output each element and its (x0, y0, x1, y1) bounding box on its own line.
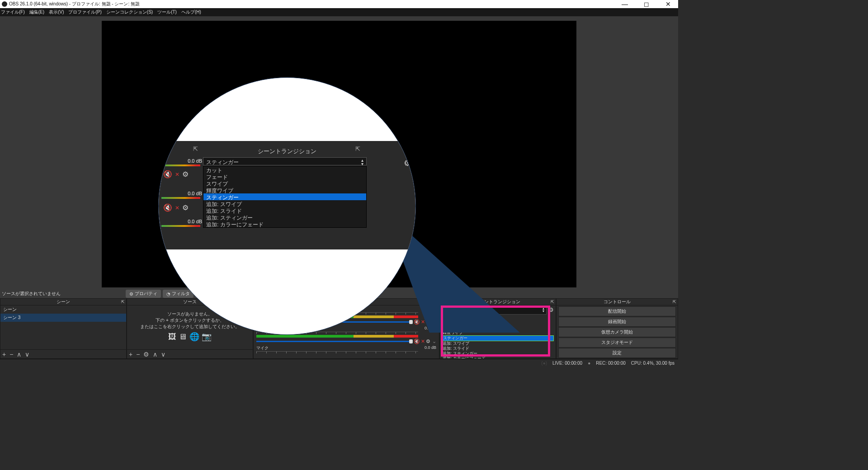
gear-icon[interactable]: ⚙ (182, 170, 189, 179)
magnifier-overlay: ⇱ ⇱ シーントランジション ⚙ スティンガー ▴▾ カット フェード スワイプ… (158, 77, 416, 335)
studio-mode-button[interactable]: スタジオモード (558, 338, 676, 348)
properties-button[interactable]: ⚙プロパティ (126, 290, 161, 298)
filters-button[interactable]: ◔フィルタ (163, 290, 193, 298)
camera-icon: 📷 (202, 332, 212, 341)
detach-icon[interactable]: ⇱ (121, 300, 125, 304)
gear-icon[interactable]: ⚙ (426, 338, 430, 344)
status-bar: (●) LIVE: 00:00:00 ● REC: 00:00:00 CPU: … (0, 359, 678, 367)
mag-option[interactable]: カット (203, 166, 366, 173)
no-source-label: ソースが選択されていません (2, 291, 61, 297)
add-button[interactable]: + (129, 351, 132, 358)
preview-area: ⇱ ⇱ シーントランジション ⚙ スティンガー ▴▾ カット フェード スワイプ… (0, 16, 678, 289)
globe-icon: 🌐 (189, 332, 199, 341)
volume-slider[interactable] (256, 341, 413, 342)
scene-transitions-panel: シーントランジション⇱ スティンガー ▴▾ ⚙ カット フェード スワイプ 輝度… (439, 298, 556, 359)
move-down-button[interactable]: ∨ (25, 351, 29, 358)
gear-icon[interactable]: ⚙ (143, 351, 149, 358)
sources-title: ソース (183, 299, 197, 305)
menu-scene-collection[interactable]: シーンコレクション(S) (106, 9, 153, 15)
rec-indicator-icon: ● (588, 361, 590, 366)
mag-selected-value: スティンガー (206, 159, 239, 165)
circle-icon: ◔ (166, 291, 170, 296)
audio-track: マイク0.0 dB (254, 344, 439, 353)
mag-transition-select[interactable]: スティンガー ▴▾ (203, 157, 367, 165)
mag-option[interactable]: 追加: スライド (203, 207, 366, 214)
track-db: 0.0 dB (425, 345, 436, 351)
move-up-button[interactable]: ∧ (153, 351, 157, 358)
mag-track-controls: 🔇✕⚙ (163, 203, 189, 212)
mag-transition-options: カット フェード スワイプ 輝度ワイプ スティンガー 追加: スワイプ 追加: … (203, 166, 367, 228)
scene-item-selected[interactable]: シーン 3 (0, 314, 126, 322)
maximize-button[interactable]: ◻ (638, 0, 655, 8)
live-indicator-icon: (●) (541, 361, 547, 366)
mag-panel-title: シーントランジション (159, 147, 415, 155)
controls-title: コントロール (604, 299, 631, 305)
chevron-updown-icon: ▴▾ (361, 159, 363, 166)
meter-ticks (256, 351, 418, 353)
close-icon[interactable]: ✕ (421, 338, 425, 344)
minimize-button[interactable]: ― (617, 0, 633, 8)
mag-option-selected[interactable]: スティンガー (203, 193, 366, 200)
cpu-stats: CPU: 0.4%, 30.00 fps (631, 361, 675, 366)
mute-icon[interactable]: 🔇 (414, 338, 420, 344)
remove-button[interactable]: − (9, 351, 13, 358)
mag-option[interactable]: 輝度ワイプ (203, 187, 366, 193)
gear-icon: ⚙ (129, 291, 133, 296)
menu-view[interactable]: 表示(V) (49, 9, 64, 15)
title-bar: OBS 26.1.0 (64-bit, windows) - プロファイル: 無… (0, 0, 678, 8)
menu-profile[interactable]: プロファイル(P) (68, 9, 101, 15)
mag-db: 0.0 dB (161, 191, 202, 196)
detach-icon[interactable]: ⇱ (551, 300, 554, 304)
window-title: OBS 26.1.0 (64-bit, windows) - プロファイル: 無… (9, 1, 140, 7)
close-icon[interactable]: ✕ (175, 171, 179, 178)
mag-option[interactable]: スワイプ (203, 180, 366, 187)
detach-icon[interactable]: ⇱ (673, 300, 676, 304)
track-name: マイク (256, 345, 269, 351)
source-type-icons: 🖼 🖥 🌐 📷 (127, 332, 253, 342)
mag-vu-meter (161, 197, 200, 199)
mute-icon[interactable]: 🔇 (163, 170, 172, 179)
mag-vu-meter (161, 225, 200, 227)
scenes-title: シーン (57, 299, 70, 305)
gear-icon[interactable]: ⚙ (182, 203, 189, 212)
app-icon (2, 1, 7, 7)
chevron-down-icon[interactable]: ⌄ (432, 338, 436, 344)
start-stream-button[interactable]: 配信開始 (558, 306, 676, 316)
scenes-panel: シーン⇱ シーン シーン 3 + − ∧ ∨ (0, 298, 127, 359)
move-up-button[interactable]: ∧ (17, 351, 21, 358)
highlight-box (441, 306, 550, 357)
vu-meter (256, 335, 418, 338)
menu-tools[interactable]: ツール(T) (157, 9, 177, 15)
close-icon[interactable]: ✕ (175, 205, 179, 211)
move-down-button[interactable]: ∨ (161, 351, 165, 358)
mag-option[interactable]: フェード (203, 173, 366, 180)
mag-db: 0.0 dB (161, 158, 202, 164)
controls-panel: コントロール⇱ 配信開始 録画開始 仮想カメラ開始 スタジオモード 設定 終了 (556, 298, 678, 359)
menu-file[interactable]: ファイル(F) (1, 9, 25, 15)
mag-option[interactable]: 追加: スワイプ (203, 200, 366, 207)
mag-vu-meter (161, 164, 200, 166)
mag-option[interactable]: 追加: カラーにフェード (203, 221, 366, 227)
monitor-icon: 🖥 (179, 332, 187, 341)
start-virtualcam-button[interactable]: 仮想カメラ開始 (558, 327, 676, 337)
rec-time: REC: 00:00:00 (596, 361, 626, 366)
scenes-list: シーン シーン 3 (0, 306, 126, 349)
scene-item[interactable]: シーン (0, 306, 126, 314)
live-time: LIVE: 00:00:00 (552, 361, 582, 366)
image-icon: 🖼 (168, 332, 176, 341)
add-button[interactable]: + (2, 351, 6, 358)
close-button[interactable]: ✕ (660, 0, 676, 8)
remove-button[interactable]: − (136, 351, 140, 358)
menu-bar: ファイル(F) 編集(E) 表示(V) プロファイル(P) シーンコレクション(… (0, 8, 678, 16)
mag-db: 0.0 dB (161, 219, 202, 224)
mag-option[interactable]: 追加: スティンガー (203, 214, 366, 221)
start-record-button[interactable]: 録画開始 (558, 317, 676, 327)
mute-icon[interactable]: 🔇 (163, 203, 172, 212)
menu-edit[interactable]: 編集(E) (29, 9, 44, 15)
menu-help[interactable]: ヘルプ(H) (181, 9, 201, 15)
mag-track-controls: 🔇✕⚙ (163, 170, 189, 179)
settings-button[interactable]: 設定 (558, 348, 676, 358)
